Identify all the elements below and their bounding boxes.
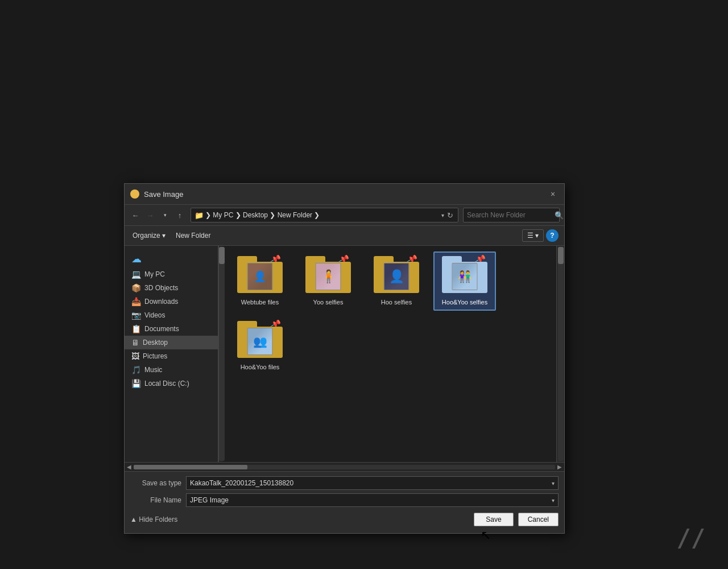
videos-icon: 📷	[131, 311, 141, 320]
folder-wrapper-hoo: 👤 📌	[374, 256, 419, 296]
help-button[interactable]: ?	[546, 229, 559, 242]
file-grid-row2: 👥 📌 Hoo&Yoo files	[229, 316, 551, 376]
up-button[interactable]: ↑	[173, 209, 186, 221]
my-pc-icon: 💻	[131, 270, 141, 279]
sidebar-item-documents[interactable]: 📋 Documents	[125, 322, 218, 336]
address-dropdown-icon: ▾	[441, 212, 444, 218]
sidebar-scrollbar[interactable]	[218, 246, 223, 462]
footer-actions: ▲ Hide Folders Save Cancel	[130, 510, 559, 529]
folder-wrapper-yoo: 🧍 📌	[305, 256, 351, 296]
file-name-row: File Name JPEG Image ▾	[130, 493, 559, 507]
file-name-webtube: Webtube files	[241, 298, 279, 306]
folder-thumbnail-hoo: 👤	[384, 263, 410, 290]
file-name-hooyoo-selfies: Hoo&Yoo selfies	[442, 298, 487, 306]
pictures-icon: 🖼	[131, 352, 139, 361]
file-item-webtube[interactable]: 👤 📌 Webtube files	[229, 251, 291, 311]
main-content: ☁ 💻 My PC 📦 3D Objects 📥 Downloads 📷 Vid…	[125, 246, 564, 462]
forward-button[interactable]: →	[144, 209, 156, 221]
music-label: Music	[144, 366, 211, 374]
footer: Save as type KakaoTalk_20200125_15013882…	[125, 471, 564, 533]
videos-label: Videos	[144, 311, 211, 319]
address-folder-icon: 📁	[195, 211, 204, 220]
horizontal-scrollbar[interactable]: ◀ ▶	[125, 462, 564, 471]
sidebar-item-local-disc[interactable]: 💾 Local Disc (C:)	[125, 377, 218, 390]
view-icon: ☰	[527, 232, 533, 240]
action-bar: Organize ▾ New Folder ☰ ▾ ?	[125, 226, 564, 246]
file-item-hooyoo-files[interactable]: 👥 📌 Hoo&Yoo files	[229, 316, 291, 376]
hide-folders-button[interactable]: ▲ Hide Folders	[130, 516, 177, 523]
back-button[interactable]: ←	[129, 209, 142, 221]
local-disc-label: Local Disc (C:)	[144, 380, 211, 387]
title-icon	[130, 189, 139, 199]
sidebar-item-music[interactable]: 🎵 Music	[125, 363, 218, 377]
sidebar-item-videos[interactable]: 📷 Videos	[125, 308, 218, 322]
sidebar-item-desktop[interactable]: 🖥 Desktop	[125, 336, 218, 349]
search-input[interactable]	[467, 211, 552, 219]
search-bar: 🔍	[463, 208, 560, 222]
close-button[interactable]: ×	[547, 188, 559, 200]
file-area: 👤 📌 Webtube files 🧍	[223, 246, 556, 462]
address-refresh-button[interactable]: ↻	[446, 211, 454, 220]
file-name-value: JPEG Image	[190, 496, 229, 504]
folder-wrapper-hooyoo-selfies: 👫 📌	[442, 256, 487, 296]
save-as-row: Save as type KakaoTalk_20200125_15013882…	[130, 476, 559, 490]
save-as-value: KakaoTalk_20200125_150138820	[190, 479, 293, 487]
file-item-hooyoo-selfies[interactable]: 👫 📌 Hoo&Yoo selfies	[433, 251, 496, 311]
folder-wrapper-webtube: 👤 📌	[237, 256, 283, 296]
nav-toolbar: ← → ▾ ↑ 📁 ❯ My PC ❯ Desktop ❯ New Folder…	[125, 205, 564, 226]
file-name-yoo: Yoo selfies	[313, 298, 344, 306]
address-path: ❯ My PC ❯ Desktop ❯ New Folder ❯	[205, 211, 440, 219]
folder-thumbnail-hooyoo-files: 👥	[247, 328, 273, 355]
sidebar: ☁ 💻 My PC 📦 3D Objects 📥 Downloads 📷 Vid…	[125, 246, 218, 462]
folder-thumbnail-webtube: 👤	[247, 263, 273, 290]
new-folder-button[interactable]: New Folder	[173, 230, 213, 241]
hscroll-thumb[interactable]	[134, 465, 247, 469]
desktop-icon: 🖥	[131, 338, 139, 347]
local-disc-icon: 💾	[131, 379, 141, 388]
sidebar-item-3d-objects[interactable]: 📦 3D Objects	[125, 281, 218, 295]
save-button[interactable]: Save	[474, 513, 513, 526]
file-area-scrollbar[interactable]	[556, 246, 564, 462]
hscroll-right-button[interactable]: ▶	[557, 464, 562, 470]
my-pc-label: My PC	[144, 270, 211, 278]
folder-wrapper-hooyoo-files: 👥 📌	[237, 321, 283, 361]
save-as-input[interactable]: KakaoTalk_20200125_150138820 ▾	[186, 476, 559, 490]
documents-label: Documents	[144, 325, 211, 333]
file-item-hoo[interactable]: 👤 📌 Hoo selfies	[365, 251, 428, 311]
recent-locations-button[interactable]: ▾	[159, 209, 171, 221]
search-icon: 🔍	[555, 211, 564, 220]
organize-button[interactable]: Organize ▾	[130, 230, 168, 241]
file-name-hooyoo-files: Hoo&Yoo files	[241, 363, 280, 371]
music-icon: 🎵	[131, 365, 141, 374]
sidebar-item-my-pc[interactable]: 💻 My PC	[125, 267, 218, 281]
save-as-label: Save as type	[130, 479, 181, 487]
file-scroll-track[interactable]	[558, 247, 564, 461]
hscroll-left-button[interactable]: ◀	[127, 464, 131, 470]
action-bar-right: ☰ ▾ ?	[522, 229, 559, 242]
sidebar-scroll-track[interactable]	[219, 247, 225, 461]
view-dropdown-icon: ▾	[535, 232, 539, 240]
file-name-input[interactable]: JPEG Image ▾	[186, 493, 559, 507]
sidebar-scroll-thumb[interactable]	[219, 247, 225, 264]
folder-thumbnail-yoo: 🧍	[316, 263, 341, 290]
view-button[interactable]: ☰ ▾	[522, 229, 544, 242]
cancel-button[interactable]: Cancel	[518, 513, 559, 526]
sidebar-item-pictures[interactable]: 🖼 Pictures	[125, 349, 218, 363]
file-scroll-thumb[interactable]	[558, 247, 564, 264]
save-as-dropdown-icon[interactable]: ▾	[552, 480, 555, 486]
file-item-yoo[interactable]: 🧍 📌 Yoo selfies	[297, 251, 359, 311]
hscroll-track[interactable]	[134, 465, 555, 469]
address-bar[interactable]: 📁 ❯ My PC ❯ Desktop ❯ New Folder ❯ ▾ ↻	[191, 208, 458, 222]
3d-objects-icon: 📦	[131, 283, 141, 292]
3d-objects-label: 3D Objects	[144, 284, 211, 292]
desktop-label: Desktop	[143, 339, 211, 347]
dialog-title: Save Image	[144, 190, 543, 199]
title-bar: Save Image ×	[125, 184, 564, 205]
sidebar-cloud-icon: ☁	[125, 250, 218, 267]
documents-icon: 📋	[131, 324, 141, 333]
downloads-label: Downloads	[144, 298, 211, 306]
folder-thumbnail-hooyoo-selfies: 👫	[452, 263, 478, 290]
file-name-dropdown-icon[interactable]: ▾	[552, 497, 555, 504]
footer-buttons: Save Cancel	[474, 513, 559, 526]
sidebar-item-downloads[interactable]: 📥 Downloads	[125, 295, 218, 308]
